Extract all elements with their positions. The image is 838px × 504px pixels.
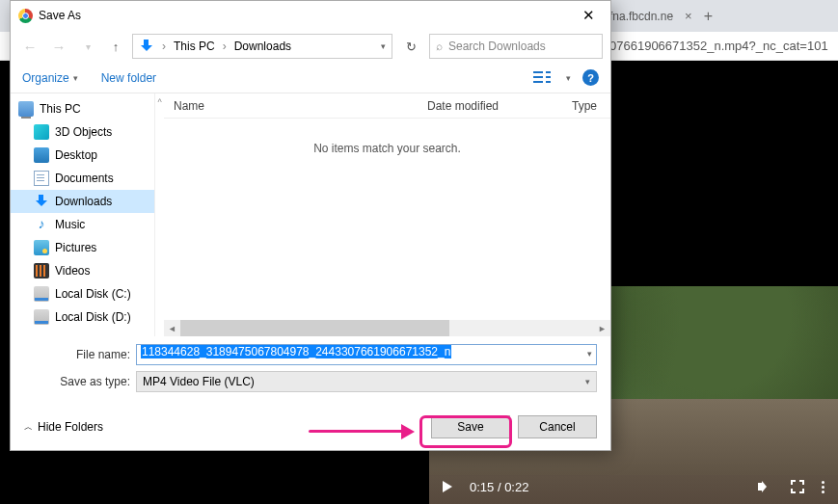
splitter[interactable]: ^ bbox=[155, 93, 164, 336]
tab-close-icon[interactable]: × bbox=[685, 9, 692, 23]
downloads-icon bbox=[139, 39, 154, 54]
search-input[interactable]: ⌕ Search Downloads bbox=[429, 34, 603, 59]
nav-forward-icon[interactable]: → bbox=[47, 39, 70, 55]
disk-icon bbox=[34, 286, 49, 302]
save-button[interactable]: Save bbox=[431, 415, 510, 438]
pc-icon bbox=[18, 101, 34, 117]
tree-videos[interactable]: Videos bbox=[11, 259, 154, 282]
videos-icon bbox=[34, 263, 49, 279]
empty-message: No items match your search. bbox=[164, 119, 610, 320]
column-date-modified[interactable]: Date modified bbox=[418, 99, 562, 113]
help-icon[interactable]: ? bbox=[582, 69, 599, 86]
breadcrumb-downloads[interactable]: Downloads bbox=[234, 40, 291, 53]
breadcrumb[interactable]: › This PC › Downloads ▾ bbox=[132, 34, 392, 59]
save-as-type-select[interactable]: MP4 Video File (VLC) ▾ bbox=[136, 371, 597, 392]
chevron-down-icon[interactable]: ▾ bbox=[381, 41, 386, 51]
tree-local-disk-d[interactable]: Local Disk (D:) bbox=[11, 305, 154, 329]
horizontal-scrollbar[interactable]: ◄ ► bbox=[164, 320, 610, 336]
column-name[interactable]: Name bbox=[164, 99, 418, 113]
annotation-arrow bbox=[309, 427, 415, 437]
hide-folders-toggle[interactable]: ︿Hide Folders bbox=[24, 420, 103, 434]
scroll-right-icon[interactable]: ► bbox=[594, 324, 610, 333]
tree-music[interactable]: ♪Music bbox=[11, 213, 154, 236]
search-placeholder: Search Downloads bbox=[448, 40, 546, 53]
chevron-down-icon[interactable]: ▾ bbox=[566, 73, 571, 83]
tree-pictures[interactable]: Pictures bbox=[11, 236, 154, 259]
chevron-down-icon[interactable]: ▾ bbox=[585, 377, 590, 386]
tree-documents[interactable]: Documents bbox=[11, 167, 154, 190]
pictures-icon bbox=[34, 240, 49, 255]
play-icon[interactable] bbox=[443, 481, 452, 492]
refresh-icon[interactable]: ↻ bbox=[398, 40, 423, 54]
save-as-type-label: Save as type: bbox=[24, 375, 130, 388]
chevron-right-icon: › bbox=[223, 40, 227, 53]
filename-value: 118344628_3189475067804978_2443307661906… bbox=[141, 345, 451, 358]
tree-local-disk-c[interactable]: Local Disk (C:) bbox=[11, 282, 154, 305]
music-icon: ♪ bbox=[34, 217, 49, 232]
chevron-down-icon[interactable]: ▾ bbox=[587, 349, 592, 358]
volume-icon[interactable] bbox=[758, 479, 773, 494]
dialog-title: Save As bbox=[39, 9, 81, 22]
fullscreen-icon[interactable] bbox=[791, 480, 804, 493]
more-options-icon[interactable] bbox=[822, 481, 824, 493]
tree-downloads[interactable]: Downloads bbox=[11, 190, 154, 213]
save-as-type-value: MP4 Video File (VLC) bbox=[143, 375, 255, 388]
video-time: 0:15 / 0:22 bbox=[470, 480, 528, 494]
tree-desktop[interactable]: Desktop bbox=[11, 144, 154, 167]
nav-back-icon[interactable]: ← bbox=[18, 39, 41, 55]
browser-tab-label[interactable]: fna.fbcdn.ne bbox=[609, 10, 673, 23]
address-bar-fragment[interactable]: 07661906671352_n.mp4?_nc_cat=101 bbox=[609, 39, 828, 53]
downloads-icon bbox=[34, 194, 49, 209]
scroll-left-icon[interactable]: ◄ bbox=[164, 324, 180, 333]
search-icon: ⌕ bbox=[436, 40, 443, 53]
disk-icon bbox=[34, 309, 49, 325]
filename-label: File name: bbox=[24, 348, 130, 361]
nav-recent-icon[interactable]: ▾ bbox=[76, 41, 99, 52]
close-icon[interactable]: ✕ bbox=[574, 7, 603, 24]
cancel-button[interactable]: Cancel bbox=[518, 415, 597, 438]
new-folder-button[interactable]: New folder bbox=[101, 71, 156, 85]
folder-tree[interactable]: This PC 3D Objects Desktop Documents Dow… bbox=[11, 93, 155, 336]
chrome-icon bbox=[18, 9, 33, 23]
breadcrumb-this-pc[interactable]: This PC bbox=[174, 40, 215, 53]
desktop-icon bbox=[34, 147, 49, 163]
tree-3d-objects[interactable]: 3D Objects bbox=[11, 120, 154, 144]
chevron-up-icon: ︿ bbox=[24, 421, 33, 434]
save-as-dialog: Save As ✕ ← → ▾ ↑ › This PC › Downloads … bbox=[10, 0, 611, 451]
nav-up-icon[interactable]: ↑ bbox=[105, 36, 126, 57]
cube-icon bbox=[34, 124, 49, 140]
column-type[interactable]: Type bbox=[562, 99, 610, 113]
chevron-right-icon: › bbox=[162, 40, 166, 53]
documents-icon bbox=[34, 171, 49, 186]
view-options-icon[interactable] bbox=[533, 70, 554, 86]
tree-this-pc[interactable]: This PC bbox=[11, 97, 154, 120]
filename-input[interactable]: 118344628_3189475067804978_2443307661906… bbox=[136, 344, 597, 365]
new-tab-button[interactable]: + bbox=[704, 8, 713, 25]
organize-menu[interactable]: Organize▾ bbox=[22, 71, 78, 85]
